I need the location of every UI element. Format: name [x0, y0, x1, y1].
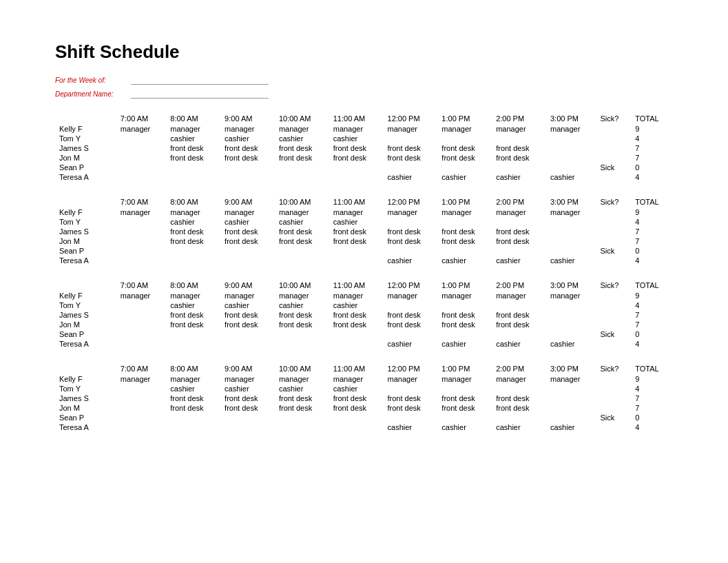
cell-c1000: front desk — [275, 153, 329, 163]
cell-c1000 — [275, 256, 329, 265]
cell-sick — [596, 393, 631, 403]
cell-c1000 — [275, 413, 329, 422]
cell-sick — [596, 339, 631, 349]
header-col-1: 7:00 AM — [116, 114, 166, 124]
cell-c1200: front desk — [384, 310, 438, 320]
cell-c700 — [116, 320, 166, 329]
cell-c800: front desk — [166, 153, 220, 163]
header-col-10: Sick? — [596, 280, 631, 291]
cell-c200 — [492, 300, 546, 310]
cell-c700 — [116, 163, 166, 172]
cell-c100: front desk — [437, 393, 492, 403]
cell-sick — [596, 172, 631, 182]
schedule-block-1: 7:00 AM8:00 AM9:00 AM10:00 AM11:00 AM12:… — [55, 197, 673, 265]
employee-name: Tom Y — [55, 217, 116, 227]
header-col-11: TOTAL — [631, 280, 673, 291]
cell-c1100: manager — [329, 124, 384, 134]
cell-c700 — [116, 403, 166, 413]
dept-input[interactable] — [131, 89, 269, 99]
header-col-8: 2:00 PM — [492, 197, 546, 207]
table-row: James Sfront deskfront deskfront deskfro… — [55, 227, 673, 236]
cell-c1100 — [329, 256, 384, 265]
cell-c800: manager — [166, 207, 220, 217]
cell-c1000: cashier — [275, 217, 329, 227]
cell-c300: cashier — [546, 172, 596, 182]
cell-c800: manager — [166, 291, 220, 300]
cell-c700 — [116, 413, 166, 422]
cell-c100 — [437, 246, 492, 256]
cell-sick: Sick — [596, 329, 631, 339]
header-col-3: 9:00 AM — [220, 114, 275, 124]
employee-name: James S — [55, 227, 116, 236]
employee-name: Kelly F — [55, 124, 116, 134]
cell-c1100 — [329, 413, 384, 422]
dept-row: Department Name: — [55, 89, 673, 99]
cell-c1200: front desk — [384, 227, 438, 236]
cell-c200: cashier — [492, 256, 546, 265]
cell-c300: cashier — [546, 339, 596, 349]
table-row: Teresa Acashiercashiercashiercashier4 — [55, 422, 673, 432]
cell-c200 — [492, 163, 546, 172]
cell-c1000 — [275, 422, 329, 432]
cell-sick — [596, 291, 631, 300]
cell-c300 — [546, 153, 596, 163]
table-row: Jon Mfront deskfront deskfront deskfront… — [55, 153, 673, 163]
header-col-7: 1:00 PM — [437, 114, 492, 124]
employee-name: James S — [55, 310, 116, 320]
cell-c700 — [116, 217, 166, 227]
table-row: Kelly Fmanagermanagermanagermanagermanag… — [55, 124, 673, 134]
cell-c100 — [437, 134, 492, 143]
employee-name: Teresa A — [55, 256, 116, 265]
cell-sick — [596, 300, 631, 310]
cell-c1100: manager — [329, 291, 384, 300]
cell-total: 4 — [631, 300, 673, 310]
header-col-9: 3:00 PM — [546, 114, 596, 124]
cell-c900: manager — [220, 124, 275, 134]
cell-c300: manager — [546, 124, 596, 134]
cell-c1000: manager — [275, 207, 329, 217]
cell-sick: Sick — [596, 246, 631, 256]
cell-c700 — [116, 227, 166, 236]
cell-c200 — [492, 134, 546, 143]
header-col-8: 2:00 PM — [492, 280, 546, 291]
cell-c900: manager — [220, 207, 275, 217]
header-col-9: 3:00 PM — [546, 364, 596, 374]
cell-c1100: front desk — [329, 236, 384, 246]
cell-c1200: cashier — [384, 256, 438, 265]
cell-c700 — [116, 422, 166, 432]
cell-c1200: front desk — [384, 153, 438, 163]
cell-sick — [596, 374, 631, 384]
header-col-11: TOTAL — [631, 197, 673, 207]
table-row: Jon Mfront deskfront deskfront deskfront… — [55, 403, 673, 413]
cell-c700 — [116, 393, 166, 403]
table-row: Tom Ycashiercashiercashiercashier4 — [55, 300, 673, 310]
cell-c1200: manager — [384, 291, 438, 300]
cell-c1100: front desk — [329, 403, 384, 413]
cell-c1100 — [329, 163, 384, 172]
cell-sick — [596, 217, 631, 227]
cell-c900 — [220, 422, 275, 432]
header-col-3: 9:00 AM — [220, 280, 275, 291]
header-col-0 — [55, 364, 116, 374]
header-col-10: Sick? — [596, 114, 631, 124]
cell-sick — [596, 256, 631, 265]
week-input[interactable] — [131, 75, 269, 85]
cell-c1000: manager — [275, 124, 329, 134]
cell-c100: cashier — [437, 422, 492, 432]
cell-c300 — [546, 329, 596, 339]
cell-c800 — [166, 413, 220, 422]
cell-c1100: manager — [329, 374, 384, 384]
cell-c800: front desk — [166, 143, 220, 153]
employee-name: Teresa A — [55, 422, 116, 432]
cell-c1200: cashier — [384, 339, 438, 349]
cell-c700: manager — [116, 374, 166, 384]
cell-sick — [596, 134, 631, 143]
cell-c800 — [166, 329, 220, 339]
header-col-3: 9:00 AM — [220, 364, 275, 374]
schedule-block-2: 7:00 AM8:00 AM9:00 AM10:00 AM11:00 AM12:… — [55, 280, 673, 349]
cell-c1200 — [384, 246, 438, 256]
table-row: Tom Ycashiercashiercashiercashier4 — [55, 217, 673, 227]
cell-sick — [596, 143, 631, 153]
cell-c200: front desk — [492, 403, 546, 413]
cell-c800: front desk — [166, 236, 220, 246]
